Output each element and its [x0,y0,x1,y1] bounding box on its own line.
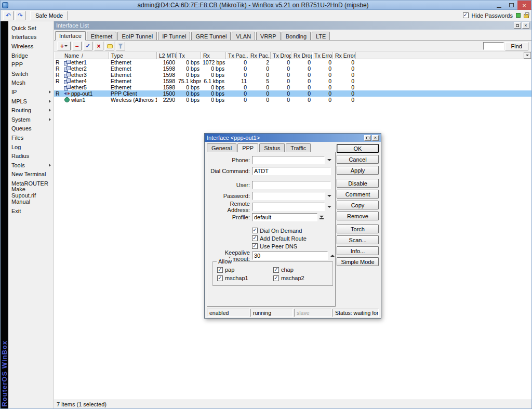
sidebar-item[interactable]: System [8,115,54,124]
option-checkbox[interactable] [252,235,258,241]
interface-list-tab[interactable]: Interface [55,31,86,41]
column-name[interactable]: Name / [62,52,109,59]
sidebar-item[interactable]: MPLS [8,97,54,106]
column-chooser-button[interactable] [524,52,531,59]
dialog-button[interactable]: OK [337,144,379,153]
allow-option[interactable]: pap [217,267,273,273]
interface-list-tab[interactable]: Ethernet [87,32,117,40]
table-row[interactable]: R ether4 Ethernet 1598 75.1 kbps 6.1 kbp… [54,78,531,84]
column-rx-drops[interactable]: Rx Drops [291,52,312,59]
table-row[interactable]: ether5 Ethernet 1598 0 bps 0 bps 0 0 0 0 [54,84,531,90]
interface-list-tab[interactable]: IP Tunnel [158,32,190,40]
maximize-button[interactable] [505,1,517,10]
hide-passwords-checkbox[interactable] [463,12,469,18]
interface-list-tab[interactable]: Bonding [282,32,311,40]
sidebar-item[interactable]: IP [8,87,54,97]
window-titlebar[interactable]: admin@D4:CA:6D:7E:F8:CB (MikroTik) - Win… [1,1,531,10]
safe-mode-button[interactable]: Safe Mode [30,11,68,20]
table-row[interactable]: R ether2 Ethernet 1598 0 bps 0 bps 0 [54,65,531,72]
profile-select[interactable] [252,213,317,221]
dial-command-field[interactable] [252,167,331,175]
sidebar-item[interactable]: Bridge [8,51,54,60]
dialog-tab[interactable]: General [207,143,236,152]
sidebar-item[interactable]: Wireless [8,42,54,51]
dialog-close-button[interactable]: × [372,135,379,141]
dropdown-arrow-icon[interactable] [327,195,331,197]
remote-address-field[interactable] [252,203,325,211]
user-field[interactable] [252,181,331,189]
dialog-tab[interactable]: Status [259,143,285,152]
interface-list-tab[interactable]: VLAN [232,32,255,40]
dialog-button[interactable]: Scan... [337,235,379,244]
minimize-button[interactable] [493,1,505,10]
option-row[interactable]: Dial On Demand [252,227,335,234]
sidebar-item[interactable]: Quick Set [8,23,54,33]
sidebar-item[interactable]: Routing [8,105,54,115]
sidebar-item[interactable]: Files [8,133,54,142]
sidebar-item[interactable]: Tools [8,161,54,170]
option-checkbox[interactable] [252,243,258,249]
dialog-button[interactable]: Copy [337,201,379,209]
dialog-button[interactable]: Simple Mode [337,257,379,266]
column-l2mtu[interactable]: L2 MTU [157,52,177,59]
dialog-button[interactable]: Torch [337,225,379,233]
sidebar-item[interactable]: Exit [8,206,54,216]
dialog-tab[interactable]: PPP [237,143,258,152]
nav-back-button[interactable]: ↶ [3,11,14,20]
dialog-button[interactable]: Remove [337,212,379,220]
disable-interface-button[interactable]: × [94,42,103,50]
interface-list-tab[interactable]: LTE [312,32,330,40]
column-type[interactable]: Type [109,52,157,59]
interface-list-tab[interactable]: GRE Tunnel [191,32,231,40]
allow-checkbox[interactable] [217,275,223,281]
interface-list-titlebar[interactable]: Interface List × [54,21,531,30]
filter-button[interactable] [116,42,125,50]
dropdown-arrow-icon[interactable] [327,206,331,208]
dialog-button[interactable]: Disable [337,179,379,188]
remove-interface-button[interactable]: − [72,42,82,50]
close-button[interactable]: × [517,1,531,10]
combo-arrow-icon[interactable] [320,216,324,219]
comment-button[interactable] [105,42,114,50]
table-row[interactable]: wlan1 Wireless (Atheros 11N) 2290 0 bps … [54,97,531,103]
allow-option[interactable]: mschap1 [217,275,273,281]
sidebar-item[interactable]: Mesh [8,78,54,88]
allow-option[interactable]: chap [273,267,332,273]
table-row[interactable]: R ether3 Ethernet 1598 0 bps 0 bps 0 [54,72,531,78]
find-input[interactable] [483,42,504,50]
sidebar-item[interactable]: Switch [8,69,54,78]
column-tx-errors[interactable]: Tx Errors [312,52,333,59]
allow-option[interactable]: mschap2 [273,275,332,281]
add-interface-button[interactable]: + [57,42,71,50]
allow-checkbox[interactable] [273,267,279,273]
keepalive-timeout-field[interactable] [252,252,328,260]
sidebar-item[interactable]: New Terminal [8,170,54,179]
child-close-button[interactable]: × [522,22,529,29]
column-tx-drops[interactable]: Tx Drops [271,52,291,59]
dialog-button[interactable]: Comment [337,190,379,199]
allow-checkbox[interactable] [217,267,223,273]
interface-list-tab[interactable]: VRRP [256,32,281,40]
column-flag[interactable] [54,52,62,59]
nav-forward-button[interactable]: ↷ [15,11,25,20]
dialog-button[interactable]: Info... [337,246,379,255]
option-row[interactable]: Add Default Route [252,234,335,242]
sidebar-item[interactable]: Radius [8,151,54,161]
dialog-tab[interactable]: Traffic [286,143,311,152]
enable-interface-button[interactable]: ✓ [83,42,92,50]
column-rx[interactable]: Rx [201,52,226,59]
sidebar-item[interactable]: Interfaces [8,33,54,42]
option-checkbox[interactable] [252,228,258,233]
password-field[interactable] [252,192,325,200]
column-tx-packets[interactable]: Tx Pac... [226,52,248,59]
interface-list-tab[interactable]: EoIP Tunnel [117,32,157,40]
phone-field[interactable] [252,156,325,164]
dialog-titlebar[interactable]: Interface <ppp-out1> × [205,134,381,142]
option-row[interactable]: Use Peer DNS [252,242,335,250]
find-button[interactable]: Find [505,42,528,50]
column-rx-errors[interactable]: Rx Errors [333,52,356,59]
dropdown-arrow-icon[interactable] [327,159,331,161]
child-restore-button[interactable] [514,22,521,29]
sidebar-item[interactable]: Queues [8,124,54,134]
column-tx[interactable]: Tx [177,52,201,59]
